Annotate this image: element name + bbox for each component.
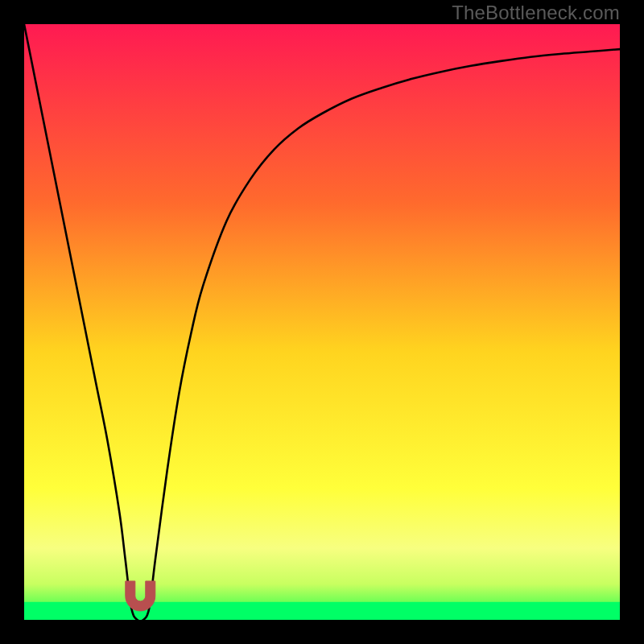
chart-frame: TheBottleneck.com [0, 0, 644, 644]
green-band [24, 602, 620, 620]
watermark-text: TheBottleneck.com [452, 2, 620, 24]
chart-svg [24, 24, 620, 620]
plot-area [24, 24, 620, 620]
